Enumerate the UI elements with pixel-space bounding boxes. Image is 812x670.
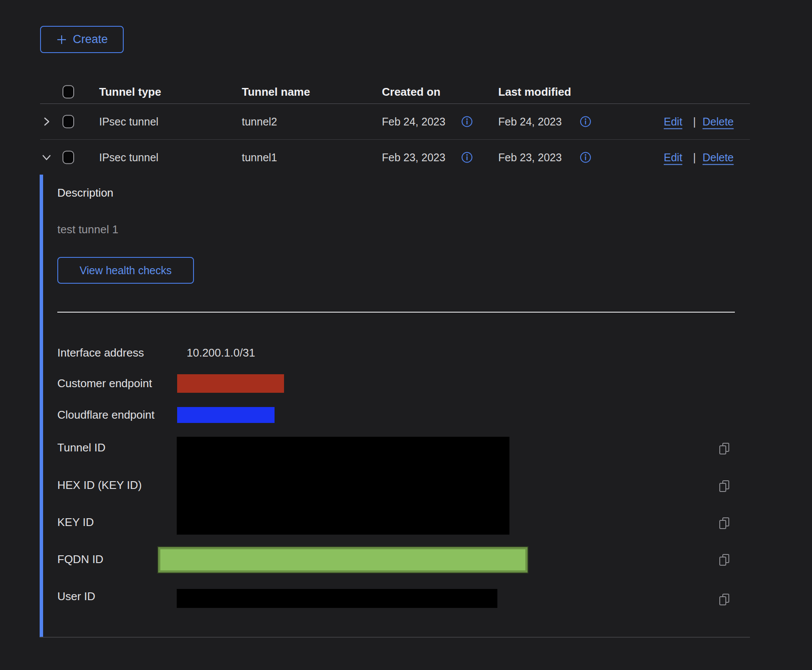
cloudflare-endpoint-label: Cloudflare endpoint bbox=[57, 408, 155, 422]
plus-icon bbox=[56, 34, 67, 45]
column-header-tunnel-name: Tunnel name bbox=[242, 85, 310, 98]
last-modified-value: Feb 23, 2023 bbox=[498, 151, 562, 163]
description-label: Description bbox=[57, 186, 113, 200]
ids-redacted-value bbox=[177, 437, 509, 535]
copy-icon[interactable] bbox=[718, 593, 731, 606]
key-id-label: KEY ID bbox=[57, 516, 94, 529]
info-icon[interactable] bbox=[580, 151, 591, 163]
tunnel-id-label: Tunnel ID bbox=[57, 441, 106, 454]
expanded-row-bottom-border bbox=[40, 637, 750, 638]
copy-icon[interactable] bbox=[718, 442, 731, 455]
select-all-checkbox[interactable] bbox=[62, 85, 74, 98]
tunnel-type-value: IPsec tunnel bbox=[99, 116, 159, 128]
table-row-expanded: IPsec tunnel tunnel1 Feb 23, 2023 Feb 23… bbox=[40, 140, 750, 175]
row-checkbox[interactable] bbox=[62, 150, 74, 164]
copy-icon[interactable] bbox=[718, 479, 731, 492]
copy-icon[interactable] bbox=[718, 517, 731, 529]
fqdn-id-redacted-value bbox=[158, 547, 528, 573]
customer-endpoint-redacted-value bbox=[177, 374, 284, 393]
action-separator: | bbox=[693, 116, 696, 128]
create-button[interactable]: Create bbox=[40, 26, 124, 53]
edit-link[interactable]: Edit bbox=[664, 151, 682, 163]
cloudflare-endpoint-redacted-value bbox=[177, 407, 275, 423]
column-header-last-modified: Last modified bbox=[498, 85, 571, 98]
delete-link[interactable]: Delete bbox=[703, 151, 734, 163]
user-id-redacted-value bbox=[177, 589, 497, 608]
view-health-checks-button[interactable]: View health checks bbox=[57, 257, 194, 284]
created-on-value: Feb 23, 2023 bbox=[382, 151, 445, 163]
chevron-right-icon[interactable] bbox=[41, 116, 52, 127]
create-button-label: Create bbox=[73, 33, 108, 46]
tunnel-type-value: IPsec tunnel bbox=[99, 151, 159, 163]
tunnels-table: Tunnel type Tunnel name Created on Last … bbox=[40, 80, 750, 175]
column-header-created-on: Created on bbox=[382, 85, 440, 98]
description-value: test tunnel 1 bbox=[57, 223, 119, 236]
interface-address-value: 10.200.1.0/31 bbox=[187, 346, 255, 360]
tunnel-name-value: tunnel2 bbox=[242, 116, 277, 128]
info-icon[interactable] bbox=[461, 116, 473, 128]
table-header-row: Tunnel type Tunnel name Created on Last … bbox=[40, 80, 750, 104]
tunnel-name-value: tunnel1 bbox=[242, 151, 277, 163]
hex-id-label: HEX ID (KEY ID) bbox=[57, 479, 142, 492]
copy-icon[interactable] bbox=[718, 553, 731, 566]
customer-endpoint-label: Customer endpoint bbox=[57, 377, 152, 390]
interface-address-label: Interface address bbox=[57, 346, 144, 360]
delete-link[interactable]: Delete bbox=[703, 116, 734, 128]
expanded-row-accent-bar bbox=[40, 175, 43, 637]
table-row: IPsec tunnel tunnel2 Feb 24, 2023 Feb 24… bbox=[40, 104, 750, 140]
action-separator: | bbox=[693, 151, 696, 163]
info-icon[interactable] bbox=[580, 116, 591, 128]
column-header-tunnel-type: Tunnel type bbox=[99, 85, 161, 98]
section-divider bbox=[57, 312, 735, 313]
chevron-down-icon[interactable] bbox=[41, 152, 52, 163]
created-on-value: Feb 24, 2023 bbox=[382, 116, 445, 128]
user-id-label: User ID bbox=[57, 590, 95, 603]
row-checkbox[interactable] bbox=[62, 115, 74, 128]
last-modified-value: Feb 24, 2023 bbox=[498, 116, 562, 128]
info-icon[interactable] bbox=[461, 151, 473, 163]
edit-link[interactable]: Edit bbox=[664, 116, 682, 128]
fqdn-id-label: FQDN ID bbox=[57, 553, 103, 566]
